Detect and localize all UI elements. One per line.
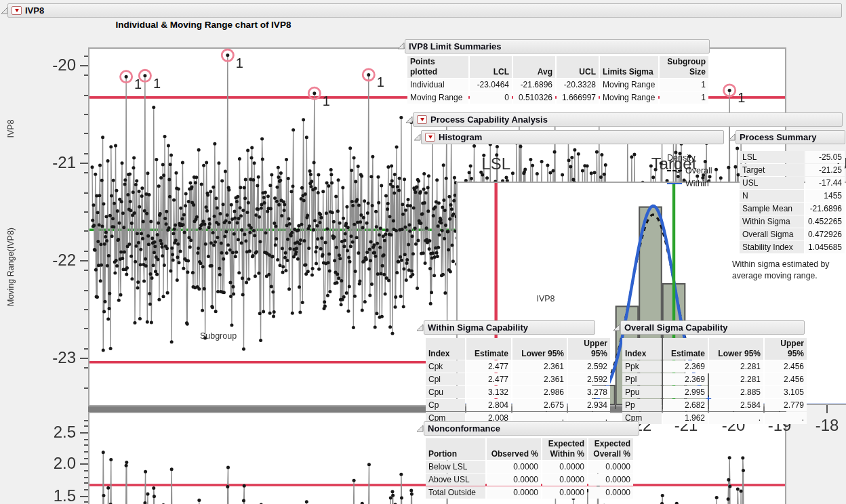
table-cell: Above USL bbox=[426, 474, 485, 486]
table-cell: Overall Sigma bbox=[740, 228, 804, 240]
table-cell: 2.804 bbox=[466, 399, 511, 411]
table-cell: -25.05 bbox=[805, 151, 845, 163]
table-row: Cpk2.4772.3612.592 bbox=[426, 360, 610, 373]
table-row: Total Outside0.00000.00000.0000 bbox=[426, 486, 633, 499]
nonconformance-table: Portion Observed % Expected Within % Exp… bbox=[424, 438, 634, 499]
table-cell: 2.592 bbox=[568, 373, 610, 385]
table-cell: N bbox=[740, 190, 804, 202]
table-cell: 2.281 bbox=[709, 373, 763, 385]
column-header: Expected Within % bbox=[542, 438, 587, 460]
panel-title: Process Summary bbox=[740, 132, 816, 142]
table-row: Pp2.6822.5842.779 bbox=[622, 399, 807, 411]
panel-header-histogram[interactable]: Histogram bbox=[421, 130, 724, 144]
table-cell: 0.0000 bbox=[588, 461, 633, 473]
disclosure-icon[interactable] bbox=[397, 42, 405, 49]
table-cell: Moving Range bbox=[600, 91, 658, 104]
table-cell: -20.3328 bbox=[557, 79, 599, 91]
table-cell: USL bbox=[740, 177, 804, 189]
panel-header-process-summary[interactable]: Process Summary bbox=[736, 130, 845, 144]
red-triangle-menu-icon[interactable] bbox=[12, 6, 22, 15]
column-header: Upper 95% bbox=[765, 338, 807, 360]
table-cell: Cpl bbox=[426, 373, 465, 385]
table-cell: 1455 bbox=[805, 190, 845, 202]
process-summary-table: LSL-25.05 Target-21.25 USL-17.44 N1455 S… bbox=[738, 150, 846, 254]
panel-header-process-capability[interactable]: Process Capability Analysis bbox=[413, 112, 843, 127]
column-header: Expected Overall % bbox=[588, 438, 633, 460]
legend-label: Overall bbox=[685, 166, 712, 175]
table-row: Ppl2.3692.2812.456 bbox=[622, 373, 807, 385]
table-cell: 2.584 bbox=[709, 399, 763, 411]
panel-header-nonconformance[interactable]: Nonconformance bbox=[424, 421, 639, 436]
red-triangle-menu-icon[interactable] bbox=[417, 115, 427, 124]
legend-item-within: Within bbox=[667, 179, 712, 188]
solid-line-icon bbox=[667, 183, 682, 184]
table-cell: 1.962 bbox=[663, 412, 708, 424]
table-row: USL-17.44 bbox=[740, 177, 845, 189]
column-header: UCL bbox=[557, 56, 599, 78]
moving-range-y-axis-label: Moving Range(IVP8) bbox=[6, 213, 16, 321]
disclosure-icon[interactable] bbox=[414, 133, 421, 141]
table-cell: Stability Index bbox=[740, 241, 804, 253]
table-cell: -17.44 bbox=[805, 177, 845, 189]
table-cell: -21.6896 bbox=[805, 203, 845, 215]
table-cell: 2.361 bbox=[512, 360, 567, 373]
panel-header-overall-capability[interactable]: Overall Sigma Capability bbox=[620, 320, 805, 335]
x-axis-label: Subgroup bbox=[171, 331, 266, 341]
table-cell: 2.456 bbox=[765, 373, 807, 385]
disclosure-icon[interactable] bbox=[416, 425, 424, 432]
table-cell: 0 bbox=[470, 91, 512, 104]
column-header: Portion bbox=[426, 438, 485, 460]
table-row: Cpu3.1322.9863.278 bbox=[426, 386, 610, 398]
table-row: Above USL0.00000.00000.0000 bbox=[426, 474, 633, 486]
table-cell: 0.0000 bbox=[542, 461, 587, 473]
table-cell: 3.105 bbox=[765, 386, 807, 398]
individual-y-axis-label: IVP8 bbox=[6, 78, 16, 180]
table-cell: 2.682 bbox=[663, 399, 708, 411]
column-header: Estimate bbox=[466, 338, 511, 360]
table-row: Below LSL0.00000.00000.0000 bbox=[426, 461, 633, 473]
within-sigma-note: Within sigma estimated by average moving… bbox=[732, 259, 846, 281]
column-header: Limits Sigma bbox=[600, 56, 658, 78]
within-capability-table: Index Estimate Lower 95% Upper 95% Cpk2.… bbox=[424, 337, 611, 425]
disclosure-icon[interactable] bbox=[728, 133, 736, 141]
panel-header-ivp8[interactable]: IVP8 bbox=[7, 3, 842, 18]
table-row: Ppk2.3692.2812.456 bbox=[622, 360, 807, 373]
panel-title: Process Capability Analysis bbox=[430, 114, 548, 125]
table-cell: 0.452265 bbox=[805, 215, 845, 228]
panel-header-within-capability[interactable]: Within Sigma Capability bbox=[424, 320, 595, 335]
table-row: Individual-23.0464-21.6896-20.3328Moving… bbox=[407, 79, 708, 91]
table-cell: 2.456 bbox=[765, 360, 807, 373]
table-row: Stability Index1.045685 bbox=[740, 241, 845, 253]
table-header-row: Index Estimate Lower 95% Upper 95% bbox=[426, 338, 610, 360]
panel-header-limit-summaries[interactable]: IVP8 Limit Summaries bbox=[405, 39, 710, 54]
disclosure-icon[interactable] bbox=[416, 324, 424, 331]
table-cell: Within Sigma bbox=[740, 215, 804, 228]
column-header: LCL bbox=[470, 56, 512, 78]
panel-title: Within Sigma Capability bbox=[428, 322, 528, 333]
table-cell: 0.0000 bbox=[487, 461, 541, 473]
legend-title: Density bbox=[667, 153, 712, 163]
table-cell: 0.0000 bbox=[542, 486, 587, 499]
table-row: Cpm1.962.. bbox=[622, 412, 807, 424]
table-row: Within Sigma0.452265 bbox=[740, 215, 845, 228]
imr-chart-title: Individual & Moving Range chart of IVP8 bbox=[44, 20, 363, 30]
table-cell: 3.278 bbox=[568, 386, 610, 398]
table-cell: 2.995 bbox=[663, 386, 708, 398]
table-cell: Cpu bbox=[426, 386, 465, 398]
overall-capability-table: Index Estimate Lower 95% Upper 95% Ppk2.… bbox=[621, 337, 808, 425]
table-cell: . bbox=[709, 412, 763, 424]
red-triangle-menu-icon[interactable] bbox=[425, 133, 435, 142]
table-row: LSL-25.05 bbox=[740, 151, 845, 163]
table-cell: 2.477 bbox=[466, 360, 511, 373]
table-cell: -21.25 bbox=[805, 164, 845, 176]
table-row: Cpl2.4772.3612.592 bbox=[426, 373, 610, 385]
disclosure-icon[interactable] bbox=[405, 116, 413, 123]
limit-summaries-table: Points plotted LCL Avg UCL Limits Sigma … bbox=[406, 56, 710, 104]
column-header: Upper 95% bbox=[568, 338, 610, 360]
disclosure-icon[interactable] bbox=[613, 324, 620, 331]
table-cell: Below LSL bbox=[426, 461, 485, 473]
table-cell: Sample Mean bbox=[740, 203, 804, 215]
panel-title: Histogram bbox=[439, 132, 482, 142]
table-cell: -23.0464 bbox=[470, 79, 512, 91]
dashed-line-icon bbox=[667, 170, 682, 171]
